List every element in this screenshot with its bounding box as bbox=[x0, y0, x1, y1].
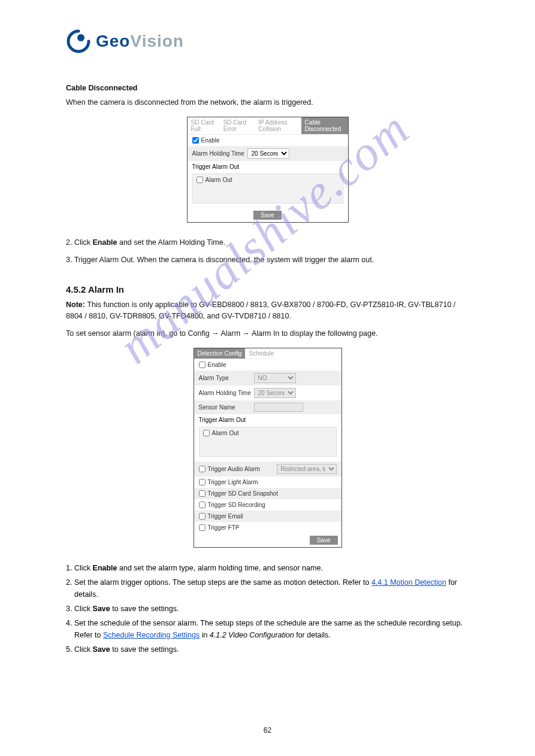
enable-checkbox-2[interactable] bbox=[199, 362, 205, 368]
step2: 2. Click Enable and set the Alarm Holdin… bbox=[66, 237, 469, 248]
alarm-type-row: Alarm Type NO bbox=[194, 371, 341, 385]
tabs-alarm-in: Detection Config Schedule bbox=[194, 348, 341, 359]
logo-text: GeoVision bbox=[96, 32, 184, 51]
step-4: Set the schedule of the sensor alarm. Th… bbox=[74, 617, 469, 641]
trigger-alarmout-label: Trigger Alarm Out bbox=[192, 163, 240, 170]
tab-cable-disconnected[interactable]: Cable Disconnected bbox=[301, 117, 348, 135]
alarm-type-select[interactable]: NO bbox=[254, 373, 296, 383]
trigger-ftp-checkbox[interactable] bbox=[199, 524, 205, 531]
trigger-audio-select[interactable]: Ristricted area, leave as so bbox=[277, 464, 337, 474]
trigger-alarmout-row-2: Trigger Alarm Out bbox=[194, 414, 341, 426]
section-452-title: 4.5.2 Alarm In bbox=[66, 284, 469, 294]
tab-detection-config[interactable]: Detection Config bbox=[194, 348, 246, 359]
section-452-intro: To set sensor alarm (alarm in), go to Co… bbox=[66, 328, 469, 339]
trigger-light-row: Trigger Light Alarm bbox=[194, 476, 341, 488]
tab-sd-full[interactable]: SD Card Full bbox=[188, 117, 220, 135]
trigger-light-label: Trigger Light Alarm bbox=[208, 479, 258, 485]
trigger-sdrec-label: Trigger SD Recording bbox=[208, 502, 265, 508]
save-bar: Save bbox=[188, 208, 348, 222]
trigger-sdsnap-checkbox[interactable] bbox=[199, 490, 205, 497]
trigger-sdsnap-row: Trigger SD Card Snapshot bbox=[194, 488, 341, 499]
trigger-audio-row: Trigger Audio Alarm Ristricted area, lea… bbox=[194, 462, 341, 476]
tabs-exception: SD Card Full SD Card Error IP Address Co… bbox=[188, 117, 348, 135]
alarmout-checkbox-2[interactable] bbox=[203, 430, 210, 436]
alarm-type-label: Alarm Type bbox=[199, 375, 254, 381]
tab-schedule[interactable]: Schedule bbox=[245, 348, 277, 359]
section-cable-head: Cable Disconnected bbox=[66, 84, 469, 92]
enable-checkbox[interactable] bbox=[192, 137, 199, 144]
trigger-email-label: Trigger Email bbox=[208, 513, 243, 520]
alarm-holding-row-2: Alarm Holding Time 20 Seconds bbox=[194, 385, 341, 400]
alarmout-label-2: Alarm Out bbox=[212, 430, 239, 436]
link-motion-detection[interactable]: 4.4.1 Motion Detection bbox=[371, 578, 446, 587]
tab-sd-error[interactable]: SD Card Error bbox=[220, 117, 255, 135]
alarmout-checkbox[interactable] bbox=[197, 177, 203, 183]
trigger-sdsnap-label: Trigger SD Card Snapshot bbox=[208, 490, 278, 497]
save-button-2[interactable]: Save bbox=[310, 536, 338, 545]
link-schedule-recording[interactable]: Schedule Recording Settings bbox=[103, 631, 200, 639]
alarmout-box: Alarm Out bbox=[192, 174, 343, 204]
trigger-sdrec-row: Trigger SD Recording bbox=[194, 499, 341, 511]
enable-label: Enable bbox=[201, 137, 220, 144]
alarm-holding-label: Alarm Holding Time bbox=[192, 150, 247, 157]
enable-row-2: Enable bbox=[194, 359, 341, 371]
page-number: 62 bbox=[0, 726, 535, 734]
sensor-name-input[interactable] bbox=[254, 403, 303, 412]
trigger-light-checkbox[interactable] bbox=[199, 479, 205, 485]
alarmout-box-2: Alarm Out bbox=[199, 427, 337, 457]
trigger-sdrec-checkbox[interactable] bbox=[199, 502, 205, 508]
logo: GeoVision bbox=[66, 29, 469, 54]
panel-exception: SD Card Full SD Card Error IP Address Co… bbox=[187, 117, 349, 223]
alarmout-label: Alarm Out bbox=[205, 177, 232, 183]
trigger-email-checkbox[interactable] bbox=[199, 513, 205, 520]
enable-row: Enable bbox=[188, 135, 348, 146]
step-2: Set the alarm trigger options. The setup… bbox=[74, 576, 469, 600]
trigger-alarmout-label-2: Trigger Alarm Out bbox=[199, 417, 246, 423]
tab-ip-collision[interactable]: IP Address Collision bbox=[255, 117, 301, 135]
trigger-ftp-label: Trigger FTP bbox=[208, 524, 240, 531]
step-1: Click Enable and set the alarm type, ala… bbox=[74, 562, 469, 574]
trigger-audio-checkbox[interactable] bbox=[199, 466, 205, 472]
trigger-ftp-row: Trigger FTP bbox=[194, 522, 341, 533]
steps-list: Click Enable and set the alarm type, ala… bbox=[74, 562, 469, 655]
alarm-holding-row: Alarm Holding Time 20 Seconds bbox=[188, 146, 348, 161]
alarm-holding-label-2: Alarm Holding Time bbox=[199, 390, 254, 396]
section-452-note: Note: This function is only applicable t… bbox=[66, 299, 469, 322]
save-button[interactable]: Save bbox=[253, 211, 282, 220]
trigger-email-row: Trigger Email bbox=[194, 511, 341, 522]
sensor-name-label: Sensor Name bbox=[199, 404, 254, 411]
panel-alarm-in: Detection Config Schedule Enable Alarm T… bbox=[194, 348, 342, 548]
alarm-holding-select[interactable]: 20 Seconds bbox=[247, 148, 289, 159]
step-3: Click Save to save the settings. bbox=[74, 603, 469, 615]
section-cable-body: When the camera is disconnected from the… bbox=[66, 97, 469, 108]
sensor-name-row: Sensor Name bbox=[194, 400, 341, 414]
step-5: Click Save to save the settings. bbox=[74, 643, 469, 655]
svg-point-0 bbox=[77, 34, 84, 41]
enable-label-2: Enable bbox=[208, 362, 226, 368]
trigger-audio-label: Trigger Audio Alarm bbox=[208, 466, 260, 472]
step3: 3. Trigger Alarm Out. When the camera is… bbox=[66, 254, 469, 266]
trigger-alarmout-row: Trigger Alarm Out bbox=[188, 161, 348, 172]
save-bar-2: Save bbox=[194, 533, 341, 547]
alarm-holding-select-2[interactable]: 20 Seconds bbox=[254, 388, 296, 398]
logo-icon bbox=[66, 29, 91, 54]
